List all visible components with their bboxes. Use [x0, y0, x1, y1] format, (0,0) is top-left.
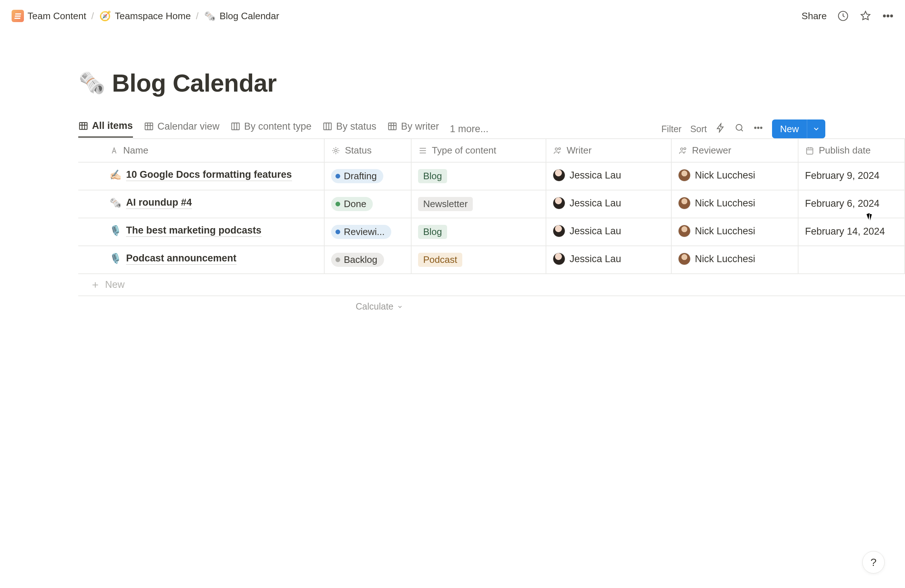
svg-rect-5	[145, 123, 152, 130]
person-name: Nick Lucchesi	[695, 254, 756, 265]
person-chip: Jessica Lau	[553, 225, 621, 237]
cell-publish-date[interactable]: February 6, 2024	[799, 190, 905, 218]
tab-by-content-type[interactable]: By content type	[230, 121, 311, 137]
table-row[interactable]: 🗞️ AI roundup #4 Done Newsletter Jessica…	[78, 190, 905, 218]
tab-label: Calendar view	[157, 121, 219, 132]
new-button-chevron[interactable]	[807, 119, 825, 138]
tab-calendar-view[interactable]: Calendar view	[144, 121, 219, 137]
sort-button[interactable]: Sort	[690, 124, 707, 134]
star-icon[interactable]	[859, 10, 872, 22]
cell-publish-date[interactable]: February 9, 2024	[799, 163, 905, 190]
page-emoji[interactable]: 🗞️	[78, 72, 105, 94]
cell-publish-date[interactable]: February 14, 2024	[799, 218, 905, 246]
tab-label: By status	[336, 121, 376, 132]
page-heading[interactable]: Blog Calendar	[112, 69, 276, 97]
svg-point-15	[556, 148, 558, 150]
cell-name[interactable]: 🗞️ AI roundup #4	[78, 190, 325, 218]
tab-by-writer[interactable]: By writer	[387, 121, 439, 137]
cell-status[interactable]: Done	[325, 190, 411, 218]
cell-name[interactable]: 🎙️ Podcast announcement	[78, 246, 325, 273]
page-title: 🗞️ Blog Calendar	[78, 69, 905, 97]
col-writer[interactable]: Writer	[546, 139, 672, 162]
new-button[interactable]: New	[772, 119, 825, 138]
cell-status[interactable]: Reviewi...	[325, 218, 411, 246]
svg-point-3	[891, 15, 893, 17]
person-name: Nick Lucchesi	[695, 225, 756, 237]
cell-reviewer[interactable]: Nick Lucchesi	[672, 190, 799, 218]
cell-reviewer[interactable]: Nick Lucchesi	[672, 246, 799, 273]
cell-writer[interactable]: Jessica Lau	[546, 246, 672, 273]
breadcrumb-item-2[interactable]: 🗞️ Blog Calendar	[202, 8, 281, 24]
person-chip: Jessica Lau	[553, 253, 621, 265]
cell-reviewer[interactable]: Nick Lucchesi	[672, 163, 799, 190]
breadcrumb-item-1[interactable]: 🧭 Teamspace Home	[97, 8, 192, 24]
cell-type[interactable]: Blog	[411, 163, 546, 190]
more-icon[interactable]	[753, 123, 763, 135]
newspaper-icon: 🗞️	[203, 10, 216, 22]
tab-by-status[interactable]: By status	[322, 121, 376, 137]
row-title[interactable]: 10 Google Docs formatting features	[126, 169, 292, 181]
bolt-icon[interactable]	[716, 123, 726, 135]
row-emoji: ✍🏻	[110, 169, 122, 181]
calculate-button[interactable]: Calculate	[325, 296, 411, 312]
cell-reviewer[interactable]: Nick Lucchesi	[672, 218, 799, 246]
col-label: Status	[345, 145, 372, 156]
status-dot-icon	[335, 174, 340, 179]
topbar-actions: Share	[802, 10, 894, 22]
status-label: Drafting	[344, 171, 377, 182]
search-icon[interactable]	[734, 123, 745, 135]
person-name: Jessica Lau	[570, 225, 621, 237]
col-reviewer[interactable]: Reviewer	[672, 139, 799, 162]
avatar-icon	[553, 169, 565, 181]
status-pill: Backlog	[331, 253, 384, 267]
cell-writer[interactable]: Jessica Lau	[546, 190, 672, 218]
cell-type[interactable]: Newsletter	[411, 190, 546, 218]
col-publish-date[interactable]: Publish date	[799, 139, 905, 162]
svg-point-12	[761, 127, 762, 128]
filter-button[interactable]: Filter	[662, 124, 682, 134]
new-button-label: New	[772, 124, 807, 135]
type-tag: Newsletter	[418, 197, 473, 211]
cell-name[interactable]: ✍🏻 10 Google Docs formatting features	[78, 163, 325, 190]
cell-type[interactable]: Podcast	[411, 246, 546, 273]
person-chip: Jessica Lau	[553, 169, 621, 181]
topbar: Team Content / 🧭 Teamspace Home / 🗞️ Blo…	[0, 0, 905, 25]
table-row[interactable]: 🎙️ Podcast announcement Backlog Podcast …	[78, 246, 905, 274]
col-status[interactable]: Status	[325, 139, 411, 162]
tabs-more[interactable]: 1 more...	[450, 124, 489, 135]
table-icon	[144, 121, 154, 132]
more-icon[interactable]	[882, 10, 894, 22]
cell-writer[interactable]: Jessica Lau	[546, 218, 672, 246]
type-tag: Blog	[418, 225, 447, 239]
table-row[interactable]: 🎙️ The best marketing podcasts Reviewi..…	[78, 218, 905, 246]
status-dot-icon	[335, 202, 340, 206]
tab-label: All items	[92, 120, 133, 132]
table-row[interactable]: ✍🏻 10 Google Docs formatting features Dr…	[78, 162, 905, 190]
cell-publish-date[interactable]	[799, 246, 905, 273]
avatar-icon	[678, 225, 691, 237]
add-row-button[interactable]: New	[78, 274, 905, 296]
svg-point-9	[736, 125, 742, 130]
share-button[interactable]: Share	[802, 11, 827, 22]
cell-type[interactable]: Blog	[411, 218, 546, 246]
cell-name[interactable]: 🎙️ The best marketing podcasts	[78, 218, 325, 246]
row-title[interactable]: The best marketing podcasts	[126, 225, 262, 237]
table-icon	[78, 121, 88, 131]
col-type[interactable]: Type of content	[411, 139, 546, 162]
breadcrumb-item-0[interactable]: Team Content	[10, 8, 88, 24]
cell-writer[interactable]: Jessica Lau	[546, 163, 672, 190]
cell-status[interactable]: Backlog	[325, 246, 411, 273]
table-controls: Filter Sort New	[662, 119, 825, 138]
row-title[interactable]: AI roundup #4	[126, 197, 192, 209]
avatar-icon	[553, 253, 565, 265]
status-pill: Reviewi...	[331, 225, 391, 239]
cell-status[interactable]: Drafting	[325, 163, 411, 190]
tab-all-items[interactable]: All items	[78, 120, 133, 138]
col-name[interactable]: Name	[78, 139, 325, 162]
row-title[interactable]: Podcast announcement	[126, 253, 237, 265]
tab-label: By content type	[244, 121, 311, 132]
status-pill: Drafting	[331, 169, 383, 183]
page-body: 🗞️ Blog Calendar All items Calendar view…	[0, 25, 905, 312]
help-button[interactable]: ?	[862, 551, 885, 574]
clock-icon[interactable]	[837, 10, 849, 22]
